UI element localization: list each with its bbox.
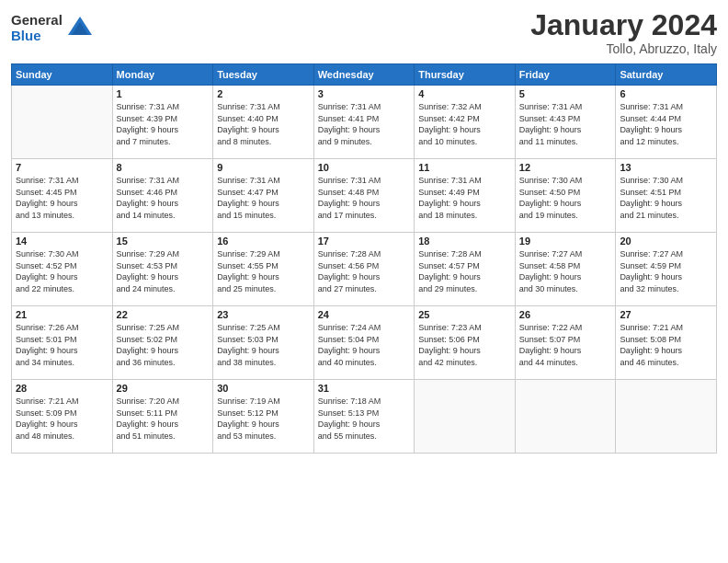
day-number: 4: [418, 88, 511, 99]
page-container: General Blue January 2024 Tollo, Abruzzo…: [0, 0, 728, 463]
day-info: Sunrise: 7:30 AMSunset: 4:50 PMDaylight:…: [519, 175, 612, 221]
day-number: 21: [16, 309, 108, 320]
day-info: Sunrise: 7:30 AMSunset: 4:51 PMDaylight:…: [620, 175, 712, 221]
calendar-table: Sunday Monday Tuesday Wednesday Thursday…: [11, 63, 717, 454]
day-info: Sunrise: 7:24 AMSunset: 5:04 PMDaylight:…: [318, 322, 411, 368]
calendar-cell: 17Sunrise: 7:28 AMSunset: 4:56 PMDayligh…: [313, 233, 415, 306]
calendar-cell: 8Sunrise: 7:31 AMSunset: 4:46 PMDaylight…: [112, 159, 213, 233]
day-number: 8: [117, 162, 210, 173]
col-saturday: Saturday: [616, 64, 717, 86]
day-number: 22: [117, 309, 210, 320]
day-number: 5: [519, 88, 612, 99]
calendar-cell: 21Sunrise: 7:26 AMSunset: 5:01 PMDayligh…: [12, 306, 113, 380]
calendar-cell: 5Sunrise: 7:31 AMSunset: 4:43 PMDaylight…: [515, 86, 616, 159]
day-number: 2: [217, 88, 310, 99]
day-info: Sunrise: 7:31 AMSunset: 4:40 PMDaylight:…: [217, 101, 310, 147]
day-info: Sunrise: 7:31 AMSunset: 4:46 PMDaylight:…: [117, 175, 210, 221]
calendar-cell: 22Sunrise: 7:25 AMSunset: 5:02 PMDayligh…: [112, 306, 213, 380]
day-number: 23: [217, 309, 310, 320]
day-number: 1: [117, 88, 210, 99]
calendar-cell: [12, 86, 113, 159]
day-info: Sunrise: 7:25 AMSunset: 5:02 PMDaylight:…: [117, 322, 210, 368]
calendar-cell: 26Sunrise: 7:22 AMSunset: 5:07 PMDayligh…: [515, 306, 616, 380]
calendar-week-3: 21Sunrise: 7:26 AMSunset: 5:01 PMDayligh…: [12, 306, 717, 380]
col-wednesday: Wednesday: [313, 64, 415, 86]
calendar-cell: 31Sunrise: 7:18 AMSunset: 5:13 PMDayligh…: [313, 380, 415, 454]
calendar-cell: 9Sunrise: 7:31 AMSunset: 4:47 PMDaylight…: [213, 159, 314, 233]
day-info: Sunrise: 7:18 AMSunset: 5:13 PMDaylight:…: [318, 396, 411, 442]
day-info: Sunrise: 7:26 AMSunset: 5:01 PMDaylight:…: [16, 322, 108, 368]
calendar-cell: 23Sunrise: 7:25 AMSunset: 5:03 PMDayligh…: [213, 306, 314, 380]
calendar-cell: 16Sunrise: 7:29 AMSunset: 4:55 PMDayligh…: [213, 233, 314, 306]
day-number: 17: [318, 236, 411, 247]
col-thursday: Thursday: [415, 64, 516, 86]
day-info: Sunrise: 7:28 AMSunset: 4:57 PMDaylight:…: [418, 248, 511, 294]
calendar-cell: 27Sunrise: 7:21 AMSunset: 5:08 PMDayligh…: [616, 306, 717, 380]
calendar-week-1: 7Sunrise: 7:31 AMSunset: 4:45 PMDaylight…: [12, 159, 717, 233]
logo-text: General Blue: [11, 13, 63, 43]
day-number: 10: [318, 162, 411, 173]
day-info: Sunrise: 7:28 AMSunset: 4:56 PMDaylight:…: [318, 248, 411, 294]
day-info: Sunrise: 7:30 AMSunset: 4:52 PMDaylight:…: [16, 248, 108, 294]
day-info: Sunrise: 7:22 AMSunset: 5:07 PMDaylight:…: [519, 322, 612, 368]
calendar-cell: 29Sunrise: 7:20 AMSunset: 5:11 PMDayligh…: [112, 380, 213, 454]
logo: General Blue: [11, 13, 94, 43]
location: Tollo, Abruzzo, Italy: [530, 41, 717, 56]
day-info: Sunrise: 7:21 AMSunset: 5:09 PMDaylight:…: [16, 396, 108, 442]
day-info: Sunrise: 7:31 AMSunset: 4:39 PMDaylight:…: [117, 101, 210, 147]
day-number: 30: [217, 383, 310, 394]
col-monday: Monday: [112, 64, 213, 86]
day-info: Sunrise: 7:29 AMSunset: 4:55 PMDaylight:…: [217, 248, 310, 294]
day-info: Sunrise: 7:31 AMSunset: 4:41 PMDaylight:…: [318, 101, 411, 147]
calendar-cell: 11Sunrise: 7:31 AMSunset: 4:49 PMDayligh…: [415, 159, 516, 233]
day-number: 15: [117, 236, 210, 247]
calendar-cell: 14Sunrise: 7:30 AMSunset: 4:52 PMDayligh…: [12, 233, 113, 306]
logo-general: General: [11, 13, 63, 29]
day-info: Sunrise: 7:31 AMSunset: 4:45 PMDaylight:…: [16, 175, 108, 221]
day-number: 3: [318, 88, 411, 99]
day-number: 18: [418, 236, 511, 247]
day-number: 14: [16, 236, 108, 247]
calendar-cell: 18Sunrise: 7:28 AMSunset: 4:57 PMDayligh…: [415, 233, 516, 306]
day-info: Sunrise: 7:31 AMSunset: 4:47 PMDaylight:…: [217, 175, 310, 221]
col-tuesday: Tuesday: [213, 64, 314, 86]
calendar-cell: 20Sunrise: 7:27 AMSunset: 4:59 PMDayligh…: [616, 233, 717, 306]
calendar-cell: 28Sunrise: 7:21 AMSunset: 5:09 PMDayligh…: [12, 380, 113, 454]
day-info: Sunrise: 7:31 AMSunset: 4:43 PMDaylight:…: [519, 101, 612, 147]
calendar-week-2: 14Sunrise: 7:30 AMSunset: 4:52 PMDayligh…: [12, 233, 717, 306]
day-info: Sunrise: 7:31 AMSunset: 4:49 PMDaylight:…: [418, 175, 511, 221]
calendar-cell: 2Sunrise: 7:31 AMSunset: 4:40 PMDaylight…: [213, 86, 314, 159]
day-number: 13: [620, 162, 712, 173]
day-number: 29: [117, 383, 210, 394]
calendar-cell: 24Sunrise: 7:24 AMSunset: 5:04 PMDayligh…: [313, 306, 415, 380]
day-info: Sunrise: 7:25 AMSunset: 5:03 PMDaylight:…: [217, 322, 310, 368]
day-info: Sunrise: 7:19 AMSunset: 5:12 PMDaylight:…: [217, 396, 310, 442]
day-info: Sunrise: 7:20 AMSunset: 5:11 PMDaylight:…: [117, 396, 210, 442]
calendar-week-4: 28Sunrise: 7:21 AMSunset: 5:09 PMDayligh…: [12, 380, 717, 454]
day-number: 11: [418, 162, 511, 173]
calendar-cell: 7Sunrise: 7:31 AMSunset: 4:45 PMDaylight…: [12, 159, 113, 233]
col-friday: Friday: [515, 64, 616, 86]
calendar-cell: 6Sunrise: 7:31 AMSunset: 4:44 PMDaylight…: [616, 86, 717, 159]
day-number: 12: [519, 162, 612, 173]
calendar-cell: 25Sunrise: 7:23 AMSunset: 5:06 PMDayligh…: [415, 306, 516, 380]
calendar-week-0: 1Sunrise: 7:31 AMSunset: 4:39 PMDaylight…: [12, 86, 717, 159]
day-info: Sunrise: 7:29 AMSunset: 4:53 PMDaylight:…: [117, 248, 210, 294]
logo-icon: [66, 15, 94, 42]
day-number: 16: [217, 236, 310, 247]
calendar-cell: 15Sunrise: 7:29 AMSunset: 4:53 PMDayligh…: [112, 233, 213, 306]
calendar-cell: 3Sunrise: 7:31 AMSunset: 4:41 PMDaylight…: [313, 86, 415, 159]
day-info: Sunrise: 7:32 AMSunset: 4:42 PMDaylight:…: [418, 101, 511, 147]
day-number: 27: [620, 309, 712, 320]
logo-blue: Blue: [11, 29, 63, 44]
calendar-cell: 4Sunrise: 7:32 AMSunset: 4:42 PMDaylight…: [415, 86, 516, 159]
calendar-cell: 10Sunrise: 7:31 AMSunset: 4:48 PMDayligh…: [313, 159, 415, 233]
day-info: Sunrise: 7:21 AMSunset: 5:08 PMDaylight:…: [620, 322, 712, 368]
day-number: 26: [519, 309, 612, 320]
title-block: January 2024 Tollo, Abruzzo, Italy: [530, 9, 717, 56]
day-info: Sunrise: 7:31 AMSunset: 4:48 PMDaylight:…: [318, 175, 411, 221]
calendar-cell: [515, 380, 616, 454]
day-number: 6: [620, 88, 712, 99]
day-info: Sunrise: 7:31 AMSunset: 4:44 PMDaylight:…: [620, 101, 712, 147]
day-number: 28: [16, 383, 108, 394]
